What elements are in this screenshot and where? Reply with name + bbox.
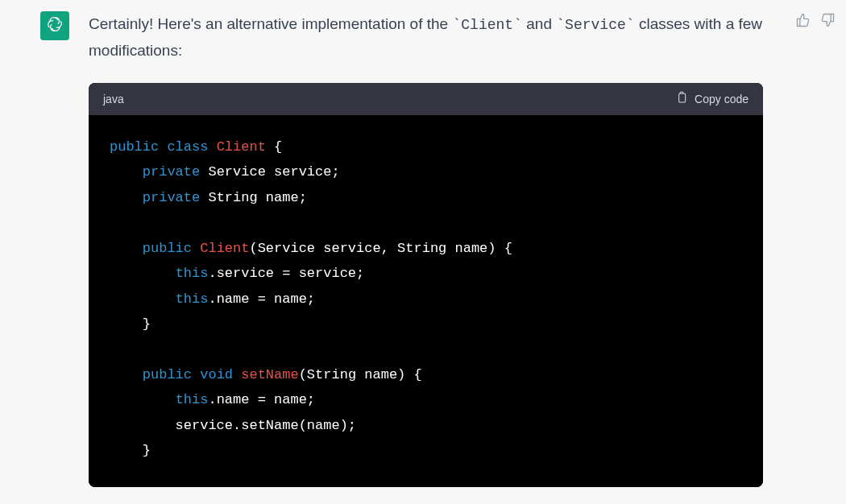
inline-code: `Client` [452, 17, 522, 33]
copy-code-button[interactable]: Copy code [675, 90, 749, 107]
code-block-header: java Copy code [89, 83, 763, 115]
copy-code-label: Copy code [695, 93, 749, 105]
code-body[interactable]: public class Client { private Service se… [89, 115, 763, 487]
text-segment: Certainly! Here's an alternative impleme… [89, 15, 452, 32]
text-segment: and [522, 15, 556, 32]
clipboard-icon [675, 90, 688, 107]
thumbs-up-icon [795, 12, 811, 31]
thumbs-up-button[interactable] [794, 13, 812, 31]
thumbs-down-icon [819, 12, 836, 31]
thumbs-down-button[interactable] [819, 13, 836, 31]
inline-code: `Service` [556, 17, 634, 33]
openai-logo-icon [45, 14, 64, 37]
assistant-avatar [40, 11, 69, 40]
assistant-message-row: Certainly! Here's an alternative impleme… [0, 11, 846, 487]
svg-rect-0 [679, 94, 686, 103]
code-block: java Copy code public class Client { pri… [89, 83, 763, 487]
feedback-buttons [794, 13, 836, 31]
message-content: Certainly! Here's an alternative impleme… [89, 11, 765, 487]
code-language-label: java [103, 93, 124, 105]
message-text: Certainly! Here's an alternative impleme… [89, 11, 765, 64]
